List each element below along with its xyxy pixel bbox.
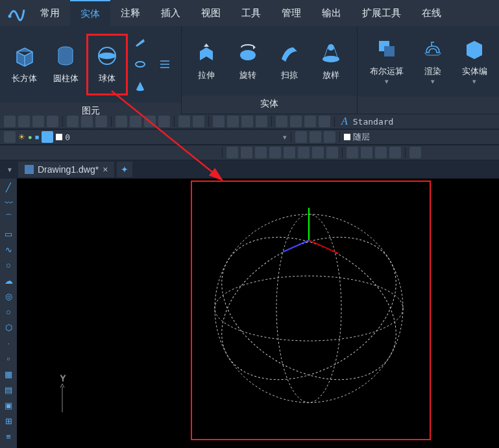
view-top[interactable] bbox=[226, 147, 238, 158]
sweep-button[interactable]: 扫掠 bbox=[269, 30, 310, 92]
view-iso1[interactable] bbox=[347, 147, 358, 158]
arc-tool[interactable]: ⌒ bbox=[1, 211, 16, 225]
ribbon-group-primitives: 长方体 圆柱体 球体 图元 bbox=[0, 26, 182, 114]
view-left[interactable] bbox=[255, 147, 267, 158]
new-button[interactable] bbox=[4, 116, 16, 127]
text-tool[interactable]: ≡ bbox=[1, 429, 16, 443]
menu-ext[interactable]: 扩展工具 bbox=[352, 0, 411, 26]
cone-button[interactable] bbox=[130, 77, 150, 96]
textstyle-name[interactable]: Standard bbox=[353, 117, 394, 127]
tab-menu-icon[interactable]: ▼ bbox=[5, 165, 14, 174]
zoomwin-button[interactable] bbox=[241, 116, 253, 127]
view-right[interactable] bbox=[269, 147, 281, 158]
view-cam[interactable] bbox=[409, 147, 421, 158]
save-button[interactable] bbox=[32, 116, 44, 127]
cylinder-button[interactable]: 圆柱体 bbox=[45, 34, 87, 95]
line-tool[interactable]: ╱ bbox=[1, 180, 16, 194]
spline-tool[interactable]: ∿ bbox=[1, 242, 16, 256]
box-button[interactable]: 长方体 bbox=[4, 34, 45, 95]
props-button[interactable] bbox=[276, 116, 287, 127]
layer-name[interactable]: 0 bbox=[65, 132, 70, 142]
menu-output[interactable]: 输出 bbox=[311, 0, 352, 26]
saveas-button[interactable] bbox=[47, 116, 58, 127]
sun-icon: ☀ bbox=[18, 132, 25, 142]
menu-tools[interactable]: 工具 bbox=[231, 0, 271, 26]
undo-button[interactable] bbox=[178, 116, 190, 127]
menu-solid[interactable]: 实体 bbox=[70, 0, 110, 26]
palette-button[interactable] bbox=[319, 116, 330, 127]
menu-common[interactable]: 常用 bbox=[30, 0, 70, 26]
region-tool[interactable]: ▣ bbox=[1, 398, 16, 412]
view-se[interactable] bbox=[326, 147, 338, 158]
ellipse-tool[interactable]: ○ bbox=[1, 258, 16, 272]
zoom-button[interactable] bbox=[227, 116, 239, 127]
rect-tool[interactable]: ▭ bbox=[1, 227, 16, 241]
layer-dropdown-icon[interactable]: ▾ bbox=[283, 133, 287, 142]
view-sw[interactable] bbox=[312, 147, 324, 158]
layer-manager-button[interactable] bbox=[4, 131, 16, 143]
view-iso3[interactable] bbox=[375, 147, 387, 158]
point-tool[interactable]: · bbox=[1, 336, 16, 350]
dwg-icon bbox=[25, 165, 34, 174]
close-icon[interactable]: × bbox=[103, 164, 108, 175]
redo-button[interactable] bbox=[193, 116, 204, 127]
view-front[interactable] bbox=[284, 147, 295, 158]
document-tabs: ▼ Drawing1.dwg* × ✦ bbox=[0, 160, 499, 179]
extrude-button[interactable]: 拉伸 bbox=[186, 30, 227, 92]
circle-tool[interactable]: ○ bbox=[1, 305, 16, 319]
preview-button[interactable] bbox=[81, 116, 93, 127]
menu-online[interactable]: 在线 bbox=[411, 0, 452, 26]
layer-freeze-button[interactable] bbox=[42, 131, 53, 143]
zoomext-button[interactable] bbox=[256, 116, 267, 127]
ring-tool[interactable]: ◎ bbox=[1, 289, 16, 303]
document-tab[interactable]: Drawing1.dwg* × bbox=[18, 162, 114, 177]
gradient-tool[interactable]: ▤ bbox=[1, 382, 16, 397]
grid-button[interactable] bbox=[290, 116, 302, 127]
layer-tool2[interactable] bbox=[310, 131, 321, 143]
render-icon bbox=[421, 37, 444, 60]
view-back[interactable] bbox=[298, 147, 310, 158]
menu-insert[interactable]: 插入 bbox=[151, 0, 191, 26]
loft-button[interactable]: 放样 bbox=[310, 30, 352, 92]
bylayer-label[interactable]: 随层 bbox=[353, 131, 370, 143]
toolbar-view bbox=[0, 145, 499, 160]
print-button[interactable] bbox=[67, 116, 79, 127]
menu-annotate[interactable]: 注释 bbox=[110, 0, 151, 26]
view-iso4[interactable] bbox=[389, 147, 401, 158]
dropdown-icon: ▾ bbox=[431, 77, 435, 86]
layer-color-icon: ■ bbox=[35, 133, 40, 141]
view-bottom[interactable] bbox=[241, 147, 252, 158]
drawing-canvas[interactable]: Y bbox=[17, 179, 499, 448]
hatch-tool[interactable]: ▦ bbox=[1, 367, 16, 381]
layers-button[interactable] bbox=[304, 116, 316, 127]
extrude-icon bbox=[195, 41, 218, 64]
block-tool[interactable]: ▫ bbox=[1, 351, 16, 366]
menu-manage[interactable]: 管理 bbox=[271, 0, 311, 26]
plot-button[interactable] bbox=[95, 116, 107, 127]
open-button[interactable] bbox=[18, 116, 30, 127]
loft-icon bbox=[319, 41, 343, 64]
boolean-button[interactable]: 布尔运算 ▾ bbox=[361, 31, 412, 92]
new-tab-button[interactable]: ✦ bbox=[117, 162, 132, 177]
polygon-tool[interactable]: ⬡ bbox=[1, 320, 16, 334]
torus-button[interactable] bbox=[130, 55, 150, 74]
cut-button[interactable] bbox=[116, 116, 127, 127]
pan-button[interactable] bbox=[213, 116, 225, 127]
textstyle-icon: A bbox=[341, 116, 348, 127]
match-button[interactable] bbox=[158, 116, 170, 127]
sphere-button[interactable]: 球体 bbox=[86, 34, 128, 95]
solidedit-button[interactable]: 实体编 ▾ bbox=[454, 31, 495, 92]
revolve-button[interactable]: 旋转 bbox=[227, 30, 269, 92]
render-button[interactable]: 渲染 ▾ bbox=[412, 31, 454, 92]
layer-tool3[interactable] bbox=[324, 131, 335, 143]
view-iso2[interactable] bbox=[361, 147, 372, 158]
polyline-tool[interactable]: 〰 bbox=[1, 195, 16, 210]
menu-view[interactable]: 视图 bbox=[191, 0, 231, 26]
wedge-button[interactable] bbox=[130, 32, 150, 52]
copy-button[interactable] bbox=[130, 116, 141, 127]
paste-button[interactable] bbox=[144, 116, 156, 127]
cloud-tool[interactable]: ☁ bbox=[1, 273, 16, 288]
pyramid-button[interactable] bbox=[155, 55, 175, 74]
table-tool[interactable]: ⊞ bbox=[1, 414, 16, 428]
layer-tool1[interactable] bbox=[295, 131, 307, 143]
